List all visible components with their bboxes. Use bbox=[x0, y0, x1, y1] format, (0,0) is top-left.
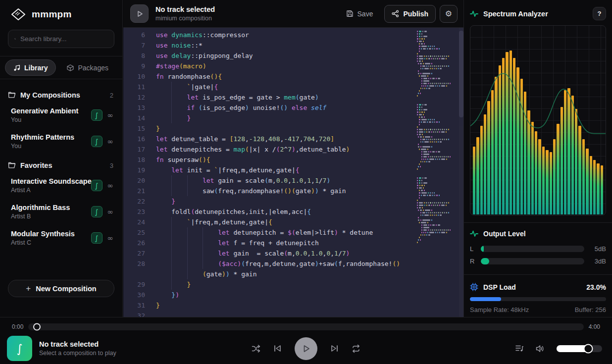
composition-author: You bbox=[11, 116, 91, 123]
indent-guides bbox=[156, 269, 203, 279]
composition-title: Modular Synthesis bbox=[11, 230, 91, 238]
skip-forward-icon bbox=[330, 344, 339, 353]
spectrum-header: Spectrum Analyzer ? bbox=[464, 0, 612, 25]
brand-name: mmmpm bbox=[32, 9, 72, 20]
new-composition-button[interactable]: + New Composition bbox=[8, 280, 114, 297]
topbar-track-subtitle: mimium composition bbox=[155, 15, 339, 22]
volume-slider[interactable] bbox=[557, 345, 602, 352]
composition-title: Rhythmic Patterns bbox=[11, 133, 91, 141]
meter-row-left: L 5dB bbox=[464, 243, 612, 255]
tab-library[interactable]: Library bbox=[5, 59, 56, 76]
volume-knob[interactable] bbox=[584, 344, 593, 353]
queue-button[interactable] bbox=[515, 345, 524, 352]
composition-title: Interactive Soundscape bbox=[11, 177, 91, 185]
queue-icon bbox=[515, 345, 524, 352]
line-number: 23 bbox=[123, 207, 145, 217]
mimium-badge-icon: ∫ bbox=[91, 109, 102, 121]
code-line[interactable]: 32 bbox=[123, 311, 463, 317]
code-line[interactable]: 6use dynamics::compressor bbox=[123, 30, 463, 40]
settings-button[interactable]: ⚙ bbox=[440, 5, 458, 23]
sidebar-tabs: Library Packages bbox=[0, 56, 122, 79]
composition-list-item[interactable]: Modular SynthesisArtist C∫∞ bbox=[8, 225, 114, 251]
timeline-scrubber[interactable] bbox=[33, 323, 41, 331]
shuffle-button[interactable] bbox=[252, 344, 260, 353]
player-bottom-bar: 0:00 4:00 ∫ No track selected Select a c… bbox=[0, 317, 612, 364]
dsp-footer: Sample Rate: 48kHz Buffer: 256 bbox=[464, 301, 612, 318]
gear-icon: ⚙ bbox=[445, 9, 452, 18]
indent-guides bbox=[156, 186, 203, 196]
new-composition-label: New Composition bbox=[36, 285, 96, 293]
search-input[interactable] bbox=[20, 35, 108, 43]
repeat-button[interactable] bbox=[352, 344, 360, 353]
editor-scrollbar[interactable] bbox=[459, 28, 463, 317]
code-line[interactable]: 13if (is_pos_edge) unoise!() else self bbox=[123, 103, 463, 113]
code-line[interactable]: 20let gain = scale(m,0.0,1.0,1,1/7) bbox=[123, 175, 463, 186]
code-line[interactable]: 30}) bbox=[123, 290, 463, 300]
topbar-play-button[interactable] bbox=[130, 4, 149, 23]
code-line[interactable]: 28($acc)(freq,m,detune,gate)+saw(f,rando… bbox=[123, 259, 463, 269]
composition-list-item[interactable]: Generative AmbientYou∫∞ bbox=[8, 102, 114, 128]
code-line[interactable]: 11`|gate|{ bbox=[123, 82, 463, 92]
line-number: 14 bbox=[123, 113, 145, 123]
section-header[interactable]: Favorites3 bbox=[8, 155, 114, 172]
publish-button[interactable]: Publish bbox=[384, 5, 436, 23]
save-button[interactable]: Save bbox=[339, 5, 381, 23]
help-button[interactable]: ? bbox=[593, 7, 606, 20]
tab-packages[interactable]: Packages bbox=[59, 59, 116, 76]
elapsed-time: 0:00 bbox=[12, 323, 23, 330]
code-line[interactable]: 8use delay::pingpong_delay bbox=[123, 51, 463, 61]
code-line[interactable]: 14} bbox=[123, 113, 463, 123]
line-number: 11 bbox=[123, 82, 145, 92]
code-line[interactable]: 21saw(freq,randomphase!()(gate)) * gain bbox=[123, 186, 463, 196]
activity-icon bbox=[470, 10, 478, 18]
composition-list-item[interactable]: Rhythmic PatternsYou∫∞ bbox=[8, 128, 114, 155]
code-line[interactable]: 26let f = freq + detunepitch bbox=[123, 238, 463, 248]
composition-list-item[interactable]: Algorithmic BassArtist B∫∞ bbox=[8, 199, 114, 225]
code-text: let gain = scale(m,0.0,1.0,0,1/7) bbox=[145, 248, 350, 259]
play-icon bbox=[302, 344, 310, 353]
composition-list-item[interactable]: Interactive SoundscapeArtist A∫∞ bbox=[8, 172, 114, 199]
code-text: if (is_pos_edge) unoise!() else self bbox=[145, 103, 326, 113]
section-title: Favorites bbox=[20, 161, 105, 169]
code-line[interactable]: 24`|freq,m,detune,gate|{ bbox=[123, 217, 463, 227]
code-area[interactable]: 6use dynamics::compressor7use noise::*8u… bbox=[123, 28, 463, 317]
volume-button[interactable] bbox=[536, 345, 545, 353]
code-text: let gain = scale(m,0.0,1.0,1,1/7) bbox=[145, 175, 330, 186]
code-line[interactable]: 7use noise::* bbox=[123, 40, 463, 51]
code-line[interactable]: 9#stage(macro) bbox=[123, 61, 463, 71]
code-line[interactable]: 18fn supersaw(){ bbox=[123, 155, 463, 165]
code-line[interactable]: 29} bbox=[123, 279, 463, 290]
editor-scrollbar-thumb[interactable] bbox=[459, 31, 463, 117]
sidebar-sections: My Compositions2Generative AmbientYou∫∞R… bbox=[0, 79, 122, 280]
code-line[interactable]: 12let is_pos_edge = gate > mem(gate) bbox=[123, 92, 463, 103]
code-line[interactable]: 31} bbox=[123, 300, 463, 311]
shuffle-icon bbox=[252, 344, 260, 353]
code-line[interactable]: 15} bbox=[123, 123, 463, 134]
code-text: } bbox=[145, 123, 160, 134]
indent-guides bbox=[156, 165, 171, 175]
code-line[interactable]: 17let detunepitches = map(|x| x /(2^7),d… bbox=[123, 144, 463, 155]
composition-author: Artist C bbox=[11, 239, 91, 246]
code-line[interactable]: 23foldl(detunepitches,init,|elem,acc|{ bbox=[123, 207, 463, 217]
search-icon bbox=[14, 35, 16, 43]
section-header[interactable]: My Compositions2 bbox=[8, 84, 114, 102]
code-line[interactable]: 22} bbox=[123, 196, 463, 207]
search-box[interactable] bbox=[8, 30, 114, 48]
line-number: 7 bbox=[123, 40, 145, 51]
code-editor[interactable]: 6use dynamics::compressor7use noise::*8u… bbox=[123, 28, 463, 317]
code-line[interactable]: (gate)) * gain bbox=[123, 269, 463, 279]
previous-track-button[interactable] bbox=[273, 344, 282, 353]
next-track-button[interactable] bbox=[330, 344, 339, 353]
player-right-controls bbox=[515, 345, 602, 353]
code-line[interactable]: 19let init = `|freq,m,detune,gate|{ bbox=[123, 165, 463, 175]
code-line[interactable]: 27let gain = scale(m,0.0,1.0,0,1/7) bbox=[123, 248, 463, 259]
spectrum-title: Spectrum Analyzer bbox=[483, 10, 593, 18]
line-number: 6 bbox=[123, 30, 145, 40]
play-button[interactable] bbox=[295, 337, 317, 360]
code-line[interactable]: 25let detunepitch = $(elem|>lift) * detu… bbox=[123, 227, 463, 238]
line-number: 10 bbox=[123, 71, 145, 82]
code-line[interactable]: 16let detune_table = [128,-128,408,-417,… bbox=[123, 134, 463, 144]
timeline-track[interactable] bbox=[28, 323, 583, 330]
code-line[interactable]: 10fn randomphase(){ bbox=[123, 71, 463, 82]
indent-guides bbox=[156, 196, 171, 207]
